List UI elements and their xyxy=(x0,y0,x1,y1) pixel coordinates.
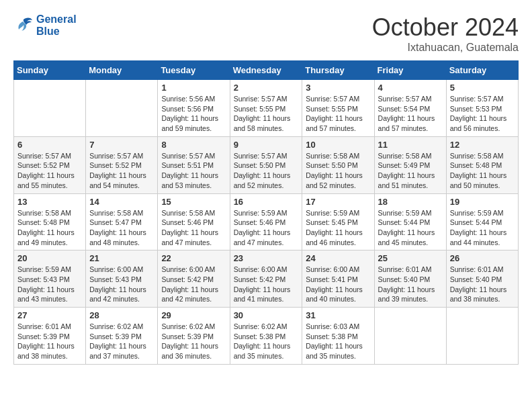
day-detail: Sunrise: 6:02 AM Sunset: 5:38 PM Dayligh… xyxy=(234,322,299,361)
day-detail: Sunrise: 5:58 AM Sunset: 5:48 PM Dayligh… xyxy=(450,151,515,191)
day-detail: Sunrise: 5:58 AM Sunset: 5:48 PM Dayligh… xyxy=(17,208,82,248)
calendar-week-row: 1Sunrise: 5:56 AM Sunset: 5:56 PM Daylig… xyxy=(14,80,519,137)
day-number: 30 xyxy=(234,310,299,320)
day-detail: Sunrise: 5:57 AM Sunset: 5:54 PM Dayligh… xyxy=(378,94,443,134)
day-number: 27 xyxy=(17,310,82,320)
calendar-cell: 12Sunrise: 5:58 AM Sunset: 5:48 PM Dayli… xyxy=(446,136,518,193)
day-number: 8 xyxy=(161,140,226,150)
day-number: 2 xyxy=(234,83,299,93)
day-detail: Sunrise: 5:58 AM Sunset: 5:46 PM Dayligh… xyxy=(161,208,226,248)
calendar-cell: 9Sunrise: 5:57 AM Sunset: 5:50 PM Daylig… xyxy=(230,136,302,193)
day-number: 24 xyxy=(306,253,370,263)
day-number: 28 xyxy=(89,310,154,320)
calendar-week-row: 13Sunrise: 5:58 AM Sunset: 5:48 PM Dayli… xyxy=(14,193,519,250)
day-number: 12 xyxy=(450,140,515,150)
day-number: 4 xyxy=(378,83,443,93)
calendar-cell: 6Sunrise: 5:57 AM Sunset: 5:52 PM Daylig… xyxy=(14,136,86,193)
calendar-cell: 1Sunrise: 5:56 AM Sunset: 5:56 PM Daylig… xyxy=(158,80,230,137)
day-number: 16 xyxy=(234,197,299,207)
day-detail: Sunrise: 5:57 AM Sunset: 5:52 PM Dayligh… xyxy=(89,151,154,191)
day-detail: Sunrise: 5:57 AM Sunset: 5:55 PM Dayligh… xyxy=(234,94,299,134)
day-detail: Sunrise: 6:01 AM Sunset: 5:40 PM Dayligh… xyxy=(378,265,443,304)
calendar-cell: 28Sunrise: 6:02 AM Sunset: 5:39 PM Dayli… xyxy=(86,308,158,365)
calendar-week-row: 20Sunrise: 5:59 AM Sunset: 5:43 PM Dayli… xyxy=(14,250,519,308)
calendar-cell: 7Sunrise: 5:57 AM Sunset: 5:52 PM Daylig… xyxy=(86,136,158,193)
day-detail: Sunrise: 6:02 AM Sunset: 5:39 PM Dayligh… xyxy=(161,322,226,361)
day-detail: Sunrise: 6:03 AM Sunset: 5:38 PM Dayligh… xyxy=(306,322,370,361)
day-detail: Sunrise: 5:57 AM Sunset: 5:50 PM Dayligh… xyxy=(234,151,299,191)
day-detail: Sunrise: 5:59 AM Sunset: 5:44 PM Dayligh… xyxy=(450,208,515,248)
calendar-week-row: 6Sunrise: 5:57 AM Sunset: 5:52 PM Daylig… xyxy=(14,136,519,193)
calendar-cell: 30Sunrise: 6:02 AM Sunset: 5:38 PM Dayli… xyxy=(230,308,302,365)
calendar-cell: 18Sunrise: 5:59 AM Sunset: 5:44 PM Dayli… xyxy=(374,193,446,250)
month-title: October 2024 xyxy=(372,13,519,42)
calendar-cell: 27Sunrise: 6:01 AM Sunset: 5:39 PM Dayli… xyxy=(14,308,86,365)
day-number: 6 xyxy=(17,140,82,150)
day-number: 11 xyxy=(378,140,443,150)
day-number: 13 xyxy=(17,197,82,207)
day-detail: Sunrise: 5:57 AM Sunset: 5:55 PM Dayligh… xyxy=(306,94,370,134)
calendar-cell: 14Sunrise: 5:58 AM Sunset: 5:47 PM Dayli… xyxy=(86,193,158,250)
day-detail: Sunrise: 6:00 AM Sunset: 5:43 PM Dayligh… xyxy=(89,265,154,304)
day-number: 21 xyxy=(89,253,154,263)
day-number: 25 xyxy=(378,253,443,263)
calendar-cell: 26Sunrise: 6:01 AM Sunset: 5:40 PM Dayli… xyxy=(446,250,518,308)
calendar-cell: 15Sunrise: 5:58 AM Sunset: 5:46 PM Dayli… xyxy=(158,193,230,250)
day-number: 23 xyxy=(234,253,299,263)
day-number: 9 xyxy=(234,140,299,150)
day-detail: Sunrise: 6:01 AM Sunset: 5:39 PM Dayligh… xyxy=(17,322,82,361)
day-number: 7 xyxy=(89,140,154,150)
day-detail: Sunrise: 5:59 AM Sunset: 5:45 PM Dayligh… xyxy=(306,208,370,248)
day-detail: Sunrise: 5:59 AM Sunset: 5:46 PM Dayligh… xyxy=(234,208,299,248)
day-detail: Sunrise: 5:59 AM Sunset: 5:43 PM Dayligh… xyxy=(17,265,82,304)
day-detail: Sunrise: 5:58 AM Sunset: 5:49 PM Dayligh… xyxy=(378,151,443,191)
day-detail: Sunrise: 6:00 AM Sunset: 5:42 PM Dayligh… xyxy=(234,265,299,304)
calendar-cell: 8Sunrise: 5:57 AM Sunset: 5:51 PM Daylig… xyxy=(158,136,230,193)
day-detail: Sunrise: 6:01 AM Sunset: 5:40 PM Dayligh… xyxy=(450,265,515,304)
calendar-cell: 25Sunrise: 6:01 AM Sunset: 5:40 PM Dayli… xyxy=(374,250,446,308)
calendar-cell: 21Sunrise: 6:00 AM Sunset: 5:43 PM Dayli… xyxy=(86,250,158,308)
calendar-cell: 3Sunrise: 5:57 AM Sunset: 5:55 PM Daylig… xyxy=(302,80,374,137)
day-detail: Sunrise: 5:59 AM Sunset: 5:44 PM Dayligh… xyxy=(378,208,443,248)
weekday-header-wednesday: Wednesday xyxy=(230,61,302,80)
calendar-cell xyxy=(14,80,86,137)
day-number: 19 xyxy=(450,197,515,207)
calendar-cell: 29Sunrise: 6:02 AM Sunset: 5:39 PM Dayli… xyxy=(158,308,230,365)
day-number: 26 xyxy=(450,253,515,263)
calendar-cell: 20Sunrise: 5:59 AM Sunset: 5:43 PM Dayli… xyxy=(14,250,86,308)
calendar-cell xyxy=(446,308,518,365)
calendar-cell: 22Sunrise: 6:00 AM Sunset: 5:42 PM Dayli… xyxy=(158,250,230,308)
day-detail: Sunrise: 5:58 AM Sunset: 5:47 PM Dayligh… xyxy=(89,208,154,248)
calendar-cell: 4Sunrise: 5:57 AM Sunset: 5:54 PM Daylig… xyxy=(374,80,446,137)
day-detail: Sunrise: 5:56 AM Sunset: 5:56 PM Dayligh… xyxy=(161,94,226,134)
day-number: 15 xyxy=(161,197,226,207)
logo: General Blue xyxy=(13,13,77,38)
calendar-cell: 10Sunrise: 5:58 AM Sunset: 5:50 PM Dayli… xyxy=(302,136,374,193)
weekday-header-row: SundayMondayTuesdayWednesdayThursdayFrid… xyxy=(14,61,519,80)
day-detail: Sunrise: 5:58 AM Sunset: 5:50 PM Dayligh… xyxy=(306,151,370,191)
weekday-header-sunday: Sunday xyxy=(14,61,86,80)
weekday-header-thursday: Thursday xyxy=(302,61,374,80)
weekday-header-tuesday: Tuesday xyxy=(158,61,230,80)
day-detail: Sunrise: 6:00 AM Sunset: 5:42 PM Dayligh… xyxy=(161,265,226,304)
calendar-cell: 17Sunrise: 5:59 AM Sunset: 5:45 PM Dayli… xyxy=(302,193,374,250)
day-detail: Sunrise: 5:57 AM Sunset: 5:52 PM Dayligh… xyxy=(17,151,82,191)
day-number: 18 xyxy=(378,197,443,207)
calendar-cell: 31Sunrise: 6:03 AM Sunset: 5:38 PM Dayli… xyxy=(302,308,374,365)
calendar-cell xyxy=(374,308,446,365)
calendar-cell: 19Sunrise: 5:59 AM Sunset: 5:44 PM Dayli… xyxy=(446,193,518,250)
day-number: 22 xyxy=(161,253,226,263)
day-number: 1 xyxy=(161,83,226,93)
logo-text: General Blue xyxy=(36,13,77,38)
day-number: 17 xyxy=(306,197,370,207)
day-detail: Sunrise: 5:57 AM Sunset: 5:51 PM Dayligh… xyxy=(161,151,226,191)
day-detail: Sunrise: 6:00 AM Sunset: 5:41 PM Dayligh… xyxy=(306,265,370,304)
weekday-header-saturday: Saturday xyxy=(446,61,518,80)
day-detail: Sunrise: 6:02 AM Sunset: 5:39 PM Dayligh… xyxy=(89,322,154,361)
day-number: 31 xyxy=(306,310,370,320)
day-detail: Sunrise: 5:57 AM Sunset: 5:53 PM Dayligh… xyxy=(450,94,515,134)
calendar-cell xyxy=(86,80,158,137)
calendar-cell: 5Sunrise: 5:57 AM Sunset: 5:53 PM Daylig… xyxy=(446,80,518,137)
weekday-header-friday: Friday xyxy=(374,61,446,80)
calendar-cell: 23Sunrise: 6:00 AM Sunset: 5:42 PM Dayli… xyxy=(230,250,302,308)
